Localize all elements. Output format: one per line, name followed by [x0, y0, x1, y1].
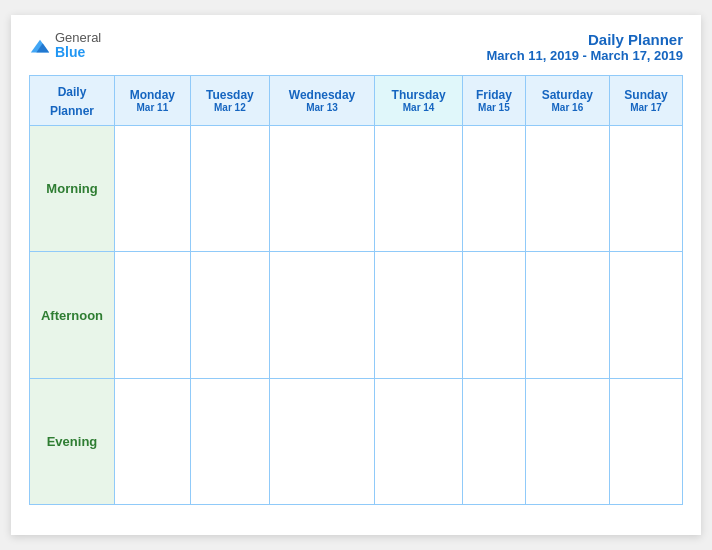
planner-title: Daily Planner	[486, 31, 683, 48]
evening-wednesday[interactable]	[269, 378, 374, 504]
evening-tuesday[interactable]	[190, 378, 269, 504]
header-daily-planner: DailyPlanner	[30, 76, 115, 126]
afternoon-thursday[interactable]	[375, 252, 463, 378]
header-monday: Monday Mar 11	[115, 76, 191, 126]
evening-monday[interactable]	[115, 378, 191, 504]
header-wednesday: Wednesday Mar 13	[269, 76, 374, 126]
evening-thursday[interactable]	[375, 378, 463, 504]
morning-sunday[interactable]	[609, 126, 682, 252]
afternoon-tuesday[interactable]	[190, 252, 269, 378]
morning-label: Morning	[30, 126, 115, 252]
header-row: DailyPlanner Monday Mar 11 Tuesday Mar 1…	[30, 76, 683, 126]
afternoon-label: Afternoon	[30, 252, 115, 378]
header-thursday: Thursday Mar 14	[375, 76, 463, 126]
evening-sunday[interactable]	[609, 378, 682, 504]
morning-row: Morning	[30, 126, 683, 252]
header-sunday: Sunday Mar 17	[609, 76, 682, 126]
morning-thursday[interactable]	[375, 126, 463, 252]
evening-label: Evening	[30, 378, 115, 504]
morning-friday[interactable]	[463, 126, 526, 252]
header-friday: Friday Mar 15	[463, 76, 526, 126]
afternoon-row: Afternoon	[30, 252, 683, 378]
logo-text: General Blue	[55, 31, 101, 61]
planner-page: General Blue Daily Planner March 11, 201…	[11, 15, 701, 535]
header-saturday: Saturday Mar 16	[525, 76, 609, 126]
header: General Blue Daily Planner March 11, 201…	[29, 31, 683, 63]
afternoon-wednesday[interactable]	[269, 252, 374, 378]
logo-general: General	[55, 31, 101, 45]
afternoon-sunday[interactable]	[609, 252, 682, 378]
logo-area: General Blue	[29, 31, 101, 61]
generalblue-logo-icon	[29, 36, 51, 58]
calendar-table: DailyPlanner Monday Mar 11 Tuesday Mar 1…	[29, 75, 683, 505]
logo-blue: Blue	[55, 45, 101, 60]
morning-saturday[interactable]	[525, 126, 609, 252]
morning-monday[interactable]	[115, 126, 191, 252]
morning-wednesday[interactable]	[269, 126, 374, 252]
evening-friday[interactable]	[463, 378, 526, 504]
evening-row: Evening	[30, 378, 683, 504]
header-tuesday: Tuesday Mar 12	[190, 76, 269, 126]
evening-saturday[interactable]	[525, 378, 609, 504]
afternoon-monday[interactable]	[115, 252, 191, 378]
afternoon-saturday[interactable]	[525, 252, 609, 378]
date-range: March 11, 2019 - March 17, 2019	[486, 48, 683, 63]
afternoon-friday[interactable]	[463, 252, 526, 378]
morning-tuesday[interactable]	[190, 126, 269, 252]
title-area: Daily Planner March 11, 2019 - March 17,…	[486, 31, 683, 63]
